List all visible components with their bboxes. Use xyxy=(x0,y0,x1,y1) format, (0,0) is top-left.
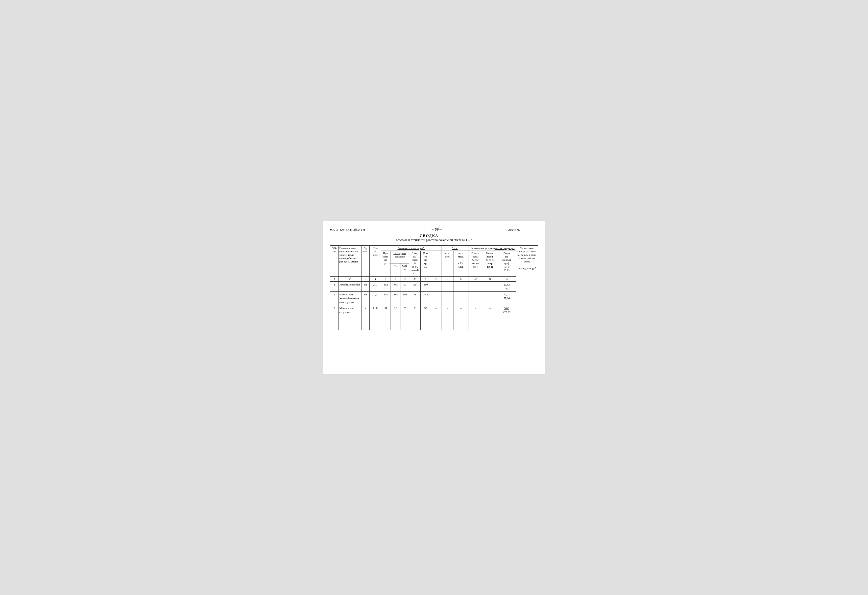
doc-number: 902-2-428.87 xyxy=(330,228,349,232)
row2-qty: 20,62 xyxy=(370,292,381,305)
th-n15: I5 xyxy=(497,276,516,282)
row3-name: Металлокон-струкции xyxy=(338,305,361,315)
subtitle: объемов и стоимости работ по локальной с… xyxy=(330,238,538,242)
header-numbers-row: I 2 3 4 5 6 7 8 9 IO II I2 I3 I4 I5 xyxy=(330,276,538,282)
row2-vsego: – xyxy=(483,292,497,305)
row1-total: 380 xyxy=(421,281,431,292)
header-line: 902-2-428.87 Альбом VII – 69 – 21943-07 xyxy=(330,227,538,232)
th-plan-nakop: План.на-копл.%ст-тн.по гр.85,7 xyxy=(409,251,421,276)
row1-vsego: – xyxy=(483,281,497,292)
row1-ovh-sum: 50 xyxy=(401,281,409,292)
th-vsego2: ВсегоподаннымграфIO, III2, I3 xyxy=(497,251,516,276)
th-num: №№пш xyxy=(330,246,339,276)
row2-ovh-sum: I56 xyxy=(401,292,409,305)
album: Альбом VII xyxy=(349,228,365,232)
row1-vnakl: – xyxy=(454,281,468,292)
th-n6: 6 xyxy=(390,276,401,282)
th-unit: Ед.изм. xyxy=(361,246,370,276)
row3-direct: 8I xyxy=(381,305,390,315)
table-row: I Земляные работы м3 2IO 302 I6,5 50 28 … xyxy=(330,281,538,292)
th-n9: 9 xyxy=(421,276,431,282)
row2-direct: 945 xyxy=(381,292,390,305)
row3-ovh-sum: 7 xyxy=(401,305,409,315)
row1-plan: 28 xyxy=(409,281,421,292)
row1-direct: 302 xyxy=(381,281,390,292)
empty-row xyxy=(330,315,538,330)
row1-ovh-pct: I6,5 xyxy=(390,281,401,292)
th-normativnaya: Нормативная условно-чистая продукция xyxy=(468,246,516,251)
title-section: СВОДКА объемов и стоимости работ по лока… xyxy=(330,234,538,242)
row3-osn: – xyxy=(431,305,441,315)
th-n13: I3 xyxy=(468,276,483,282)
th-n1: I xyxy=(330,276,339,282)
row2-plan: 88 xyxy=(409,292,421,305)
th-n5: 5 xyxy=(381,276,390,282)
th-placeholder xyxy=(431,251,441,276)
title-main: СВОДКА xyxy=(420,234,438,238)
th-n11: II xyxy=(441,276,453,282)
row3-vnakl: – xyxy=(454,305,468,315)
row3-plan: 7 xyxy=(409,305,421,315)
th-n8: 8 xyxy=(409,276,421,282)
form-number: 21943-07 xyxy=(508,228,538,232)
th-ekspmash: эксп.маш.в Т.ч.з/пл. xyxy=(454,251,468,276)
th-vsego: Все-гопогр,5,7 xyxy=(421,251,431,276)
row3-qty: 0,I99 xyxy=(370,305,381,315)
row1-name: Земляные работы xyxy=(338,281,361,292)
th-smetnaya: Сметная стоимость, руб. xyxy=(381,246,441,251)
row3-unit: т xyxy=(361,305,370,315)
header-group-row: №№пш Наименование конструктив-ных элемен… xyxy=(330,246,538,251)
row3-eksp: – xyxy=(441,305,453,315)
th-n3: 3 xyxy=(361,276,370,282)
row1-qty: 2IO xyxy=(370,281,381,292)
row2-osn: – xyxy=(431,292,441,305)
row3-ovh-pct: 8,6 xyxy=(390,305,401,315)
row1-vplan: – xyxy=(468,281,483,292)
row2-vplan: – xyxy=(468,292,483,305)
row2-unit: м3 xyxy=(361,292,370,305)
row2-ovh-pct: I6,5 xyxy=(390,292,401,305)
row2-eksp: – xyxy=(441,292,453,305)
row2-vnakl: – xyxy=(454,292,468,305)
row2-total: II89 xyxy=(421,292,431,305)
th-n10: IO xyxy=(431,276,441,282)
row1-udves: 22,62I,8I xyxy=(497,281,516,292)
th-n4: 4 xyxy=(370,276,381,282)
row1-unit: м3 xyxy=(361,281,370,292)
row3-vsego: – xyxy=(483,305,497,315)
main-table: №№пш Наименование конструктив-ных элемен… xyxy=(330,246,538,330)
th-vplan: В план.накоп.% ст-типо гр.IO, II xyxy=(483,251,497,276)
th-udves: Уд.вес ст-ти констр. эл-та или ви-да раб… xyxy=(516,246,538,276)
row3-num: 3 xyxy=(330,305,339,315)
th-pct: % xyxy=(390,263,401,276)
row3-vplan: – xyxy=(468,305,483,315)
th-vtch: В т.ч. xyxy=(441,246,468,251)
table-row: 3 Металлокон-струкции т 0,I99 8I 8,6 7 7… xyxy=(330,305,538,315)
row1-osn: – xyxy=(431,281,441,292)
row3-total: 95 xyxy=(421,305,431,315)
row2-udves: 70,7757,66 xyxy=(497,292,516,305)
page-number: – 69 – xyxy=(365,227,508,232)
th-n7: 7 xyxy=(401,276,409,282)
row1-eksp: – xyxy=(441,281,453,292)
th-vnakl: В накл.расх.% сум-мы погр.7 xyxy=(468,251,483,276)
page: 902-2-428.87 Альбом VII – 69 – 21943-07 … xyxy=(323,221,545,374)
row2-num: 2 xyxy=(330,292,339,305)
th-qty: К-воед.изм. xyxy=(370,246,381,276)
th-osnzpl: осн.з/пл. xyxy=(441,251,453,276)
th-name: Наименование конструктив-ных элемен-тов … xyxy=(338,246,361,276)
th-n2: 2 xyxy=(338,276,361,282)
row1-num: I xyxy=(330,281,339,292)
th-n14: I4 xyxy=(483,276,497,282)
th-nakladnykh: Накладных расходов xyxy=(390,251,409,263)
th-n12: I2 xyxy=(454,276,468,282)
row3-udves: 5,66477,39 xyxy=(497,305,516,315)
th-summa: Сум-ма xyxy=(401,263,409,276)
row2-name: Бетонные и железобетон-ные конструкции xyxy=(338,292,361,305)
th-pryamykh: Пря-мыхзат-рат xyxy=(381,251,390,276)
table-row: 2 Бетонные и железобетон-ные конструкции… xyxy=(330,292,538,305)
